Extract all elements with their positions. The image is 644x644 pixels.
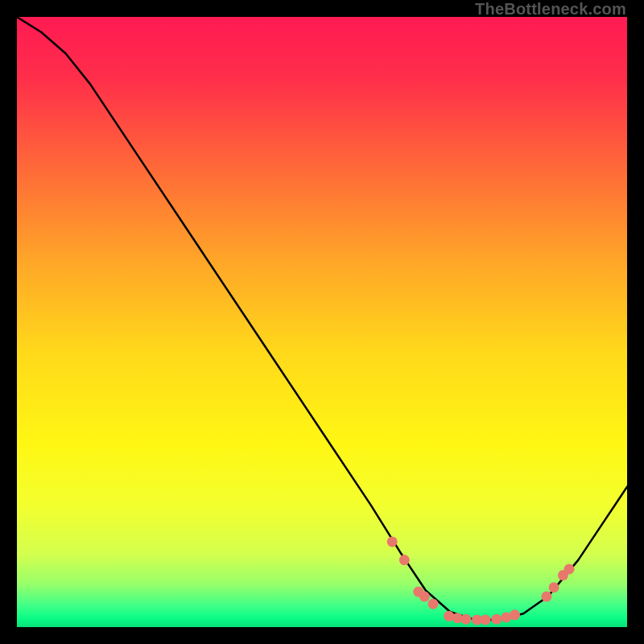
data-point <box>541 592 551 602</box>
data-point <box>510 609 520 620</box>
data-point <box>427 599 438 609</box>
data-point <box>387 536 398 547</box>
plot-area <box>17 17 627 627</box>
data-point <box>549 582 559 592</box>
data-point <box>419 592 430 602</box>
data-point <box>460 614 471 625</box>
data-point <box>491 614 502 625</box>
data-point <box>564 564 574 574</box>
attribution-text: TheBottleneck.com <box>475 0 626 19</box>
data-point <box>481 614 491 625</box>
data-points <box>17 17 627 627</box>
chart-frame: TheBottleneck.com <box>0 0 644 644</box>
data-point <box>399 555 410 565</box>
